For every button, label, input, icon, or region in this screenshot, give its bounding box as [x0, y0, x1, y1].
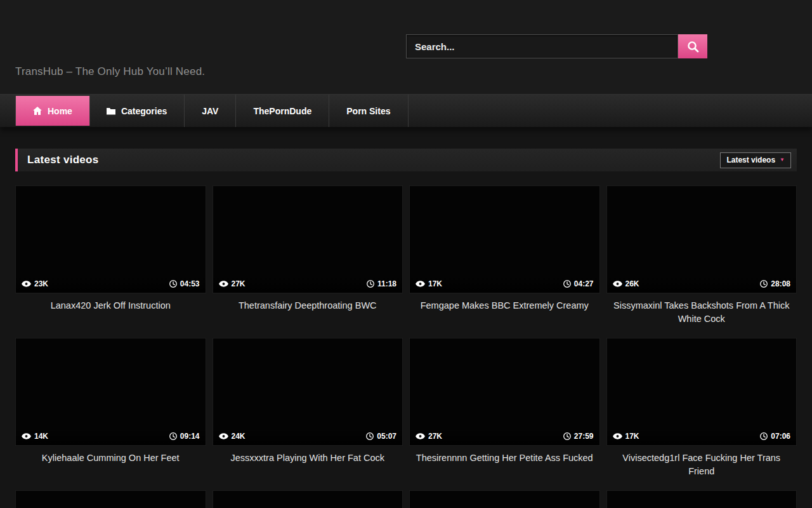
video-meta: 24K 05:07: [213, 428, 403, 445]
video-card: 27K 27:59 Thesirennnn Getting Her Petite…: [409, 338, 600, 490]
nav-item-home[interactable]: Home: [16, 96, 89, 126]
video-thumbnail[interactable]: 27K 11:18: [213, 185, 403, 293]
video-card: 26K 28:08 Sissymaxinl Takes Backshots Fr…: [606, 185, 797, 338]
video-card: [606, 490, 797, 508]
video-title[interactable]: Vivisectedg1rl Face Fucking Her Trans Fr…: [610, 451, 794, 478]
clock-icon: [169, 280, 177, 288]
video-thumbnail[interactable]: 23K 04:53: [15, 185, 206, 293]
eye-icon: [416, 433, 425, 439]
video-duration: 04:53: [169, 279, 200, 288]
video-card: 27K 11:18 Thetransfairy Deepthroating BW…: [213, 185, 403, 338]
search-icon: [687, 41, 699, 53]
site-tagline: TransHub – The Only Hub You’ll Need.: [15, 65, 205, 78]
video-duration: 27:59: [563, 432, 594, 441]
video-title[interactable]: Thesirennnn Getting Her Petite Ass Fucke…: [416, 451, 593, 465]
clock-icon: [760, 432, 768, 440]
video-meta: 27K 11:18: [213, 276, 403, 293]
video-grid: 23K 04:53 Lanax420 Jerk Off Instruction: [15, 185, 797, 508]
video-card: [213, 490, 403, 508]
view-count-text: 27K: [428, 432, 442, 441]
video-thumbnail[interactable]: [15, 490, 206, 508]
eye-icon: [613, 281, 622, 287]
home-icon: [33, 107, 42, 115]
view-count: 24K: [219, 432, 246, 441]
video-duration-text: 04:27: [574, 279, 594, 288]
view-count-text: 26K: [625, 279, 639, 288]
view-count: 17K: [613, 432, 639, 441]
video-thumbnail[interactable]: 24K 05:07: [213, 338, 403, 446]
video-duration-text: 04:53: [180, 279, 200, 288]
video-title[interactable]: Lanax420 Jerk Off Instruction: [51, 299, 171, 312]
video-title[interactable]: Thetransfairy Deepthroating BWC: [239, 299, 377, 312]
video-thumbnail[interactable]: 27K 27:59: [409, 338, 600, 446]
nav-item-label: ThePornDude: [253, 106, 311, 116]
eye-icon: [416, 281, 425, 287]
video-title[interactable]: Jessxxxtra Playing With Her Fat Cock: [230, 451, 384, 465]
video-thumbnail[interactable]: [409, 490, 600, 508]
nav-item-label: JAV: [202, 106, 218, 116]
view-count-text: 27K: [232, 279, 246, 288]
video-thumbnail[interactable]: 14K 09:14: [15, 338, 206, 446]
video-info: Femgape Makes BBC Extremely Creamy: [409, 293, 600, 338]
view-count: 23K: [22, 279, 48, 288]
section-header: Latest videos Latest videos ▼: [15, 149, 797, 171]
view-count: 17K: [416, 279, 442, 288]
video-thumbnail[interactable]: [213, 490, 403, 508]
video-info: Sissymaxinl Takes Backshots From A Thick…: [606, 293, 797, 338]
clock-icon: [563, 432, 571, 440]
view-count-text: 23K: [34, 279, 48, 288]
video-info: Kyliehaale Cumming On Her Feet: [15, 446, 206, 490]
nav-item-porn-sites[interactable]: Porn Sites: [329, 95, 408, 127]
video-info: Lanax420 Jerk Off Instruction: [15, 293, 206, 338]
section-title: Latest videos: [27, 154, 99, 166]
eye-icon: [613, 433, 622, 439]
main-nav: Home Categories JAV ThePornDude Porn Sit…: [0, 94, 812, 127]
video-duration-text: 28:08: [771, 279, 790, 288]
clock-icon: [366, 432, 374, 440]
video-duration: 07:06: [760, 432, 790, 441]
eye-icon: [219, 281, 228, 287]
video-meta: 27K 27:59: [410, 428, 599, 445]
video-duration: 28:08: [760, 279, 790, 288]
video-card: 14K 09:14 Kyliehaale Cumming On Her Feet: [15, 338, 206, 490]
site-header: TransHub – The Only Hub You’ll Need.: [0, 0, 812, 94]
video-title[interactable]: Femgape Makes BBC Extremely Creamy: [421, 299, 589, 312]
video-meta: 14K 09:14: [16, 428, 206, 445]
eye-icon: [22, 281, 31, 287]
video-info: Vivisectedg1rl Face Fucking Her Trans Fr…: [606, 446, 797, 490]
chevron-down-icon: ▼: [780, 157, 785, 163]
video-meta: 26K 28:08: [607, 276, 797, 293]
sort-dropdown-label: Latest videos: [726, 156, 775, 164]
view-count: 26K: [613, 279, 639, 288]
clock-icon: [169, 432, 177, 440]
video-thumbnail[interactable]: 17K 04:27: [409, 185, 600, 293]
view-count: 27K: [219, 279, 246, 288]
video-info: Thesirennnn Getting Her Petite Ass Fucke…: [409, 446, 600, 490]
video-title[interactable]: Kyliehaale Cumming On Her Feet: [42, 451, 180, 465]
video-thumbnail[interactable]: 26K 28:08: [606, 185, 797, 293]
view-count: 14K: [22, 432, 48, 441]
video-card: 24K 05:07 Jessxxxtra Playing With Her Fa…: [213, 338, 403, 490]
nav-item-theporndude[interactable]: ThePornDude: [236, 95, 329, 127]
video-duration-text: 07:06: [771, 432, 790, 441]
view-count-text: 17K: [428, 279, 442, 288]
sort-dropdown-button[interactable]: Latest videos ▼: [720, 152, 791, 168]
search-input[interactable]: [406, 34, 678, 58]
view-count-text: 24K: [232, 432, 246, 441]
clock-icon: [563, 280, 571, 288]
video-thumbnail[interactable]: [606, 490, 797, 508]
folder-icon: [107, 107, 115, 115]
view-count-text: 14K: [34, 432, 48, 441]
view-count: 27K: [416, 432, 442, 441]
video-thumbnail[interactable]: 17K 07:06: [606, 338, 797, 446]
video-title[interactable]: Sissymaxinl Takes Backshots From A Thick…: [610, 299, 794, 326]
search-button[interactable]: [678, 34, 707, 58]
video-duration-text: 09:14: [180, 432, 200, 441]
video-duration: 11:18: [367, 279, 396, 288]
clock-icon: [760, 280, 768, 288]
nav-item-label: Categories: [121, 106, 167, 116]
video-duration: 09:14: [169, 432, 200, 441]
nav-item-jav[interactable]: JAV: [185, 95, 236, 127]
nav-item-categories[interactable]: Categories: [89, 95, 185, 127]
view-count-text: 17K: [625, 432, 639, 441]
